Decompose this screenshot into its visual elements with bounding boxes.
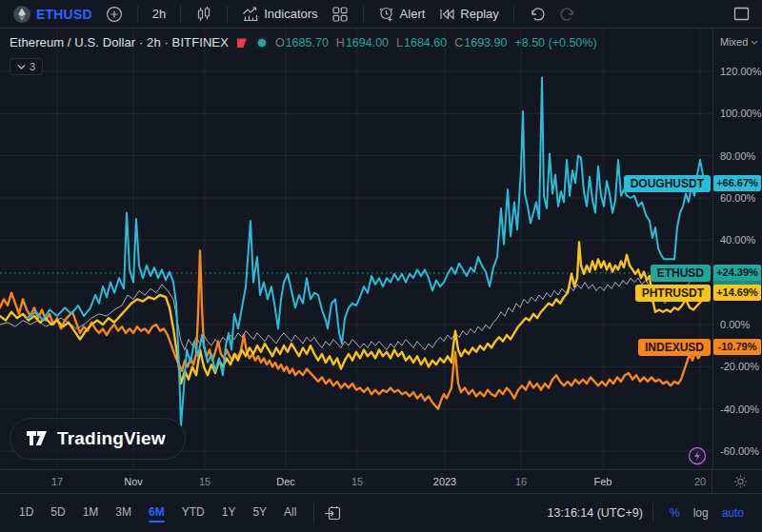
range-button-1d[interactable]: 1D	[11, 502, 41, 524]
open-value: 1685.70	[286, 36, 329, 49]
redo-arrow-icon[interactable]	[554, 3, 581, 26]
toolbar-divider	[180, 6, 181, 23]
chart-style-candles-icon[interactable]	[190, 3, 217, 26]
percent-scale-button[interactable]: %	[663, 502, 687, 523]
series-label-indexusd[interactable]: INDEXUSD	[638, 339, 711, 356]
symbol-name: ETHUSD	[36, 7, 92, 22]
brightness-sun-icon[interactable]	[733, 475, 748, 489]
layout-grid-icon[interactable]	[327, 3, 353, 26]
range-button-all[interactable]: All	[276, 502, 304, 524]
symbol-button[interactable]: ETHUSD	[8, 2, 97, 27]
legend-collapsed-count: 3	[30, 61, 35, 72]
interval-label: 2h	[152, 7, 166, 21]
time-tick-label: Nov	[124, 476, 143, 487]
price-tick-label: 80.00%	[720, 149, 755, 163]
price-scale-mode-button[interactable]: Mixed	[720, 36, 758, 48]
market-status-dot-icon	[255, 36, 269, 49]
price-tick-label: 60.00%	[720, 191, 755, 205]
auto-scale-button[interactable]: auto	[715, 502, 751, 523]
symbol-header[interactable]: Ethereum / U.S. Dollar · 2h · BITFINEX O…	[10, 35, 597, 49]
time-tick-label: 20	[694, 476, 706, 487]
time-tick-label: 17	[51, 476, 63, 487]
price-tick-label: 120.00%	[720, 65, 761, 78]
axis-badge-doughusdt: +66.67%	[713, 175, 761, 191]
price-tick-label: -60.00%	[720, 444, 759, 458]
series-label-doughusdt[interactable]: DOUGHUSDT	[624, 175, 711, 192]
time-tick-label: 16	[515, 476, 527, 487]
range-button-1m[interactable]: 1M	[75, 502, 107, 524]
range-button-ytd[interactable]: YTD	[174, 502, 212, 524]
chart-title: Ethereum / U.S. Dollar · 2h · BITFINEX	[10, 35, 229, 49]
toolbar-divider	[227, 6, 228, 23]
legend-collapse-button[interactable]: 3	[10, 58, 43, 75]
compare-add-button[interactable]	[101, 3, 128, 26]
tradingview-watermark[interactable]: TradingView	[10, 418, 186, 460]
toolbar-divider	[137, 6, 138, 23]
price-tick-label: -40.00%	[720, 403, 759, 416]
chart-canvas[interactable]	[0, 29, 712, 469]
indicators-button[interactable]: Indicators	[237, 3, 322, 26]
indicators-label: Indicators	[264, 7, 317, 21]
price-tick-label: 40.00%	[720, 233, 755, 246]
alert-clock-icon	[378, 6, 395, 23]
axis-badge-indexusd: -10.79%	[713, 339, 761, 355]
fullscreen-icon[interactable]	[729, 4, 754, 24]
close-letter: C	[454, 36, 463, 49]
eth-logo-icon	[12, 5, 31, 24]
time-tick-label: Dec	[276, 476, 295, 487]
range-button-5d[interactable]: 5D	[43, 502, 72, 524]
high-letter: H	[336, 36, 345, 49]
clock-label[interactable]: 13:16:14 (UTC+9)	[548, 506, 643, 520]
toolbar-divider	[652, 503, 653, 522]
bottom-toolbar: 1D5D1M3M6MYTD1Y5YAll 13:16:14 (UTC+9) % …	[0, 493, 762, 532]
main-row: Ethereum / U.S. Dollar · 2h · BITFINEX O…	[0, 29, 762, 469]
log-scale-button[interactable]: log	[687, 502, 715, 523]
chart-pane[interactable]: Ethereum / U.S. Dollar · 2h · BITFINEX O…	[0, 29, 712, 469]
high-value: 1694.00	[346, 36, 389, 49]
range-button-5y[interactable]: 5Y	[245, 502, 274, 524]
time-tick-label: Feb	[594, 476, 612, 487]
replay-rewind-icon	[438, 6, 455, 23]
toolbar-divider	[313, 503, 314, 522]
replay-label: Replay	[460, 7, 498, 21]
toolbar-divider	[513, 6, 514, 23]
undo-arrow-icon[interactable]	[524, 3, 551, 26]
price-tick-label: -20.00%	[720, 360, 759, 373]
chevron-down-icon	[17, 64, 26, 69]
time-tick-label: 15	[351, 476, 363, 487]
range-button-1y[interactable]: 1Y	[214, 502, 244, 524]
time-tick-label: 2023	[433, 476, 456, 487]
price-tick-label: 0.00%	[720, 318, 750, 331]
range-button-3m[interactable]: 3M	[108, 502, 139, 524]
low-value: 1684.60	[404, 36, 447, 49]
open-letter: O	[275, 36, 285, 49]
change-value: +8.50 (+0.50%)	[514, 36, 596, 49]
boost-lightning-icon[interactable]	[686, 444, 709, 467]
axis-corner-separator	[712, 470, 712, 493]
ohlc-values: O1685.70 H1694.00 L1684.60 C1693.90 +8.5…	[275, 36, 597, 49]
time-axis[interactable]: 17Nov15Dec15202316Feb20	[0, 469, 762, 493]
date-range-buttons: 1D5D1M3M6MYTD1Y5YAll	[11, 502, 304, 524]
price-scale-mode-label: Mixed	[720, 36, 748, 48]
alert-button[interactable]: Alert	[373, 3, 431, 26]
price-tick-label: 100.00%	[720, 107, 761, 120]
toolbar-divider	[363, 6, 364, 23]
low-letter: L	[396, 36, 403, 49]
close-value: 1693.90	[464, 36, 507, 49]
price-axis[interactable]: Mixed 120.00%100.00%80.00%60.00%40.00%0.…	[712, 29, 762, 469]
replay-button[interactable]: Replay	[433, 3, 503, 26]
interval-button[interactable]: 2h	[148, 4, 170, 24]
series-label-phtrusdt[interactable]: PHTRUSDT	[635, 285, 711, 302]
goto-date-calendar-icon[interactable]	[324, 505, 342, 522]
top-toolbar: ETHUSD 2h Indicators Alert	[0, 0, 762, 29]
series-label-ethusd[interactable]: ETHUSD	[651, 265, 711, 282]
indicators-icon	[242, 6, 259, 23]
alert-label: Alert	[400, 7, 426, 21]
axis-badge-phtrusdt: +14.69%	[713, 285, 761, 301]
watermark-text: TradingView	[57, 428, 166, 449]
time-tick-label: 15	[199, 476, 211, 487]
tradingview-app: ETHUSD 2h Indicators Alert	[0, 0, 762, 532]
chevron-down-icon	[751, 40, 758, 45]
tradingview-logo-icon	[26, 430, 49, 447]
range-button-6m[interactable]: 6M	[141, 502, 172, 524]
